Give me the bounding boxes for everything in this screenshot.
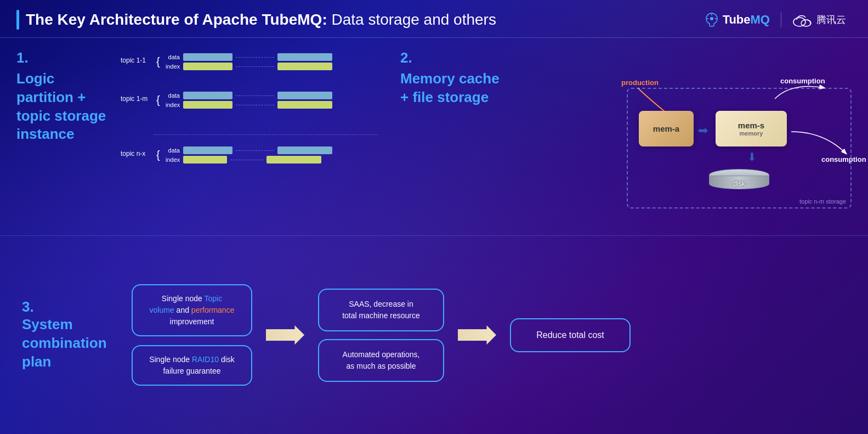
reduce-box: Reduce total cost (510, 318, 631, 352)
index-bar-green-6 (266, 156, 321, 164)
header: The Key Architecture of Apache TubeMQ: D… (0, 0, 868, 38)
bottom-section: 3. System combination plan Single node T… (0, 236, 868, 434)
dashed-line-3 (236, 95, 274, 96)
title-bold: The Key Architecture of Apache TubeMQ: D… (26, 11, 496, 29)
index-label-1: index (166, 63, 180, 70)
section1-number: 1. (16, 49, 106, 66)
section2-number: 2. (400, 49, 500, 66)
index-label-2: index (166, 102, 180, 108)
storage-box: mem-a ➡ mem-s memory ⬇ disk (627, 88, 852, 208)
box2-single-node-raid: Single node RAID10 diskfailure guarantee (132, 345, 252, 386)
tubemq-text: TubeMQ (723, 13, 770, 27)
arrow-right: ➡ (698, 123, 708, 138)
consumption-top-text: consumption (780, 77, 825, 85)
tencent-text: 腾讯云 (816, 13, 846, 26)
topic-n-x-rows: data index (166, 146, 332, 164)
title-bar (16, 10, 19, 30)
mem-a-box: mem-a (639, 111, 694, 146)
brace-2: { (156, 91, 160, 109)
data-bar-blue-5 (183, 146, 232, 154)
index-bar-green-4 (277, 101, 332, 109)
tencent-logo: 腾讯云 (781, 12, 846, 27)
arrow1 (266, 325, 304, 345)
topic-diagram: topic 1-1 { data index (121, 47, 378, 227)
column2-boxes: SAAS, decrease in total machine resource… (318, 289, 444, 382)
data-label-3: data (166, 147, 180, 154)
box1-single-node-topic: Single node Topicvolume and performancei… (132, 284, 252, 336)
tencent-cloud-icon (792, 12, 812, 27)
brace-1: { (156, 52, 160, 71)
index-bar-green-2 (277, 63, 332, 70)
topic-1-1-label: topic 1-1 (121, 57, 146, 64)
data-bar-blue-3 (183, 92, 232, 99)
tubemq-logo: TubeMQ (704, 12, 770, 27)
disk-container: disk (709, 169, 769, 196)
memory-diagram: production consumption consumption mem-a… (605, 44, 852, 225)
arrow2 (458, 325, 496, 345)
section2: 2. Memory cache + file storage (384, 38, 868, 235)
dashed-line-1 (236, 57, 274, 58)
index-bar-green-5 (183, 156, 227, 164)
dashed-line-2 (236, 66, 274, 67)
data-bar-blue-4 (277, 92, 332, 99)
data-bar-blue-6 (277, 146, 332, 154)
auto-box: Automated operations, as much as possibl… (318, 339, 444, 382)
divider (154, 134, 378, 135)
saas-box: SAAS, decrease in total machine resource (318, 289, 444, 331)
brace-3: { (156, 145, 160, 164)
tubemq-icon (704, 12, 719, 27)
topic-n-x-label: topic n-x (121, 150, 145, 157)
index-bar-green-3 (183, 101, 232, 109)
mem-s-box: mem-s memory (716, 111, 787, 146)
index-label-3: index (166, 156, 180, 163)
data-label-2: data (166, 92, 180, 99)
big-arrow-2 (458, 325, 496, 345)
top-section: 1. Logic partition + topic storage insta… (0, 38, 868, 236)
disk-shape: disk (709, 169, 769, 196)
box1-highlight-performance: performance (191, 306, 235, 314)
dashed-line-6 (230, 160, 263, 160)
column1-boxes: Single node Topicvolume and performancei… (132, 284, 252, 386)
arrow-down: ⬇ (747, 150, 757, 164)
svg-point-0 (710, 17, 713, 20)
header-title: The Key Architecture of Apache TubeMQ: D… (16, 10, 496, 30)
index-bar-green-1 (183, 63, 232, 70)
section3-title: 3. System combination plan (22, 298, 121, 371)
production-text: production (621, 78, 659, 87)
storage-label: topic n-m storage (799, 198, 846, 205)
data-bar-blue-1 (183, 53, 232, 61)
data-bar-blue-2 (277, 53, 332, 61)
header-logos: TubeMQ 腾讯云 (704, 12, 846, 27)
topic-1-m-rows: data index (166, 92, 332, 109)
dashed-line-4 (236, 105, 274, 105)
disk-label: disk (733, 180, 745, 188)
section2-title: Memory cache + file storage (400, 70, 500, 107)
section1-title: Logic partition + topic storage instance (16, 70, 106, 144)
data-label-1: data (166, 54, 180, 60)
topic-1-1-rows: data index (166, 53, 332, 70)
box2-highlight-raid: RAID10 (192, 355, 219, 364)
svg-point-4 (793, 18, 805, 26)
dashed-line-5 (236, 150, 274, 151)
topic-1-m-label: topic 1-m (121, 95, 147, 103)
section1: 1. Logic partition + topic storage insta… (0, 38, 384, 235)
big-arrow-1 (266, 325, 304, 345)
